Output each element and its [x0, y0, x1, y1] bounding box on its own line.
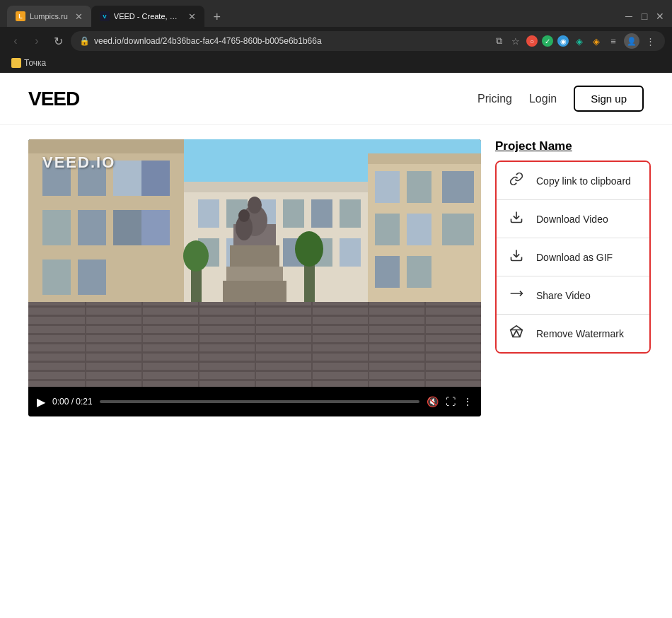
download-gif-action[interactable]: Download as GIF [497, 238, 649, 276]
tab-veed-close[interactable]: ✕ [188, 11, 196, 22]
svg-rect-54 [424, 302, 426, 387]
svg-rect-22 [375, 256, 400, 288]
extension-orange-icon: ◈ [590, 35, 603, 47]
control-icons-right: 🔇 ⛶ ⋮ [427, 396, 473, 407]
tab-lumpics[interactable]: L Lumpics.ru ✕ [7, 6, 91, 27]
svg-rect-53 [368, 302, 369, 387]
fullscreen-icon[interactable]: ⛶ [446, 396, 456, 407]
svg-rect-17 [407, 171, 431, 203]
svg-rect-15 [368, 153, 481, 164]
bookmark-folder-icon [11, 58, 21, 68]
svg-rect-29 [283, 199, 304, 228]
video-thumbnail: VEED.IO [28, 139, 481, 387]
extension-teal-icon: ◈ [573, 35, 586, 47]
bookmark-star-icon[interactable]: ☆ [509, 35, 522, 47]
svg-rect-23 [407, 256, 431, 288]
svg-rect-12 [42, 260, 71, 295]
reload-button[interactable]: ↻ [50, 33, 66, 49]
svg-rect-48 [85, 302, 86, 387]
download-video-action[interactable]: Download Video [497, 200, 649, 238]
share-icon [508, 286, 525, 304]
forward-button[interactable]: › [28, 33, 45, 49]
copy-link-action[interactable]: Copy link to clipboard [497, 162, 649, 200]
svg-rect-62 [223, 281, 286, 302]
svg-rect-50 [198, 302, 199, 387]
svg-rect-52 [311, 302, 313, 387]
lumpics-favicon: L [16, 11, 25, 21]
maximize-button[interactable]: □ [639, 11, 649, 21]
svg-rect-31 [340, 199, 361, 228]
svg-rect-60 [230, 245, 279, 267]
svg-point-66 [295, 231, 323, 267]
video-container: VEED.IO ▶ 0:00 / 0:21 🔇 ⛶ ⋮ [28, 139, 481, 416]
actions-panel: Copy link to clipboard Download Video [495, 161, 651, 354]
new-tab-button[interactable]: + [207, 7, 227, 27]
more-icon[interactable]: ⋮ [463, 396, 473, 407]
play-button[interactable]: ▶ [37, 395, 45, 409]
time-display: 0:00 / 0:21 [52, 397, 93, 407]
translate-icon[interactable]: ⧉ [492, 35, 505, 47]
extension-green-icon: ✓ [542, 35, 553, 47]
browser-chrome: L Lumpics.ru ✕ V VEED - Create, Edit & S… [0, 0, 672, 73]
svg-rect-61 [226, 267, 283, 281]
pricing-link[interactable]: Pricing [477, 93, 512, 105]
progress-bar[interactable] [100, 400, 419, 403]
share-video-label: Share Video [536, 290, 591, 301]
link-icon [508, 172, 525, 190]
close-button[interactable]: ✕ [655, 11, 665, 21]
minimize-button[interactable]: ─ [624, 11, 634, 21]
share-video-action[interactable]: Share Video [497, 276, 649, 315]
profile-avatar[interactable]: 👤 [624, 33, 639, 49]
video-watermark: VEED.IO [42, 153, 115, 172]
main-area: VEED.IO ▶ 0:00 / 0:21 🔇 ⛶ ⋮ [0, 125, 672, 618]
diamond-icon [508, 325, 525, 342]
svg-rect-20 [407, 214, 431, 245]
back-button[interactable]: ‹ [7, 33, 24, 49]
tab-lumpics-close[interactable]: ✕ [75, 11, 83, 22]
remove-watermark-action[interactable]: Remove Watermark [497, 315, 649, 352]
bookmark-label: Точка [24, 58, 46, 68]
svg-rect-26 [198, 199, 219, 228]
video-section: VEED.IO ▶ 0:00 / 0:21 🔇 ⛶ ⋮ [28, 139, 481, 605]
url-text: veed.io/download/24b36bac-fac4-4765-860b… [94, 36, 488, 46]
project-name-label: Project Name [495, 139, 651, 153]
svg-rect-13 [78, 260, 106, 295]
svg-rect-30 [311, 199, 332, 228]
window-controls: ─ □ ✕ [624, 11, 665, 21]
header-nav: Pricing Login Sign up [477, 86, 644, 112]
svg-rect-49 [141, 302, 143, 387]
svg-rect-9 [78, 210, 106, 245]
svg-rect-8 [42, 210, 71, 245]
svg-point-57 [248, 197, 262, 214]
bookmark-item[interactable]: Точка [7, 57, 50, 69]
extension-blue-icon: ◉ [557, 35, 569, 47]
remove-watermark-label: Remove Watermark [536, 328, 624, 339]
svg-rect-51 [255, 302, 256, 387]
tab-group: L Lumpics.ru ✕ V VEED - Create, Edit & S… [7, 6, 624, 27]
svg-rect-3 [28, 139, 184, 153]
svg-rect-25 [184, 182, 368, 192]
tab-veed[interactable]: V VEED - Create, Edit & Share Vide... ✕ [91, 6, 204, 27]
svg-rect-11 [141, 210, 170, 245]
svg-rect-19 [375, 214, 400, 245]
download-gif-icon [508, 248, 525, 266]
svg-rect-18 [442, 171, 474, 203]
veed-header: VEED Pricing Login Sign up [0, 73, 672, 125]
download-video-icon [508, 210, 525, 228]
extension-list-icon[interactable]: ≡ [607, 35, 620, 47]
more-options-icon[interactable]: ⋮ [644, 35, 656, 47]
copy-link-label: Copy link to clipboard [536, 175, 631, 187]
download-video-label: Download Video [536, 214, 608, 225]
mute-icon[interactable]: 🔇 [427, 396, 439, 407]
signup-button[interactable]: Sign up [574, 86, 644, 112]
tab-lumpics-title: Lumpics.ru [30, 12, 68, 21]
extension-red-icon: ○ [526, 35, 538, 47]
right-panel: Project Name Copy link to clipboard [495, 139, 651, 605]
address-bar-row: ‹ › ↻ 🔒 veed.io/download/24b36bac-fac4-4… [0, 27, 672, 55]
title-bar: L Lumpics.ru ✕ V VEED - Create, Edit & S… [0, 0, 672, 27]
video-controls: ▶ 0:00 / 0:21 🔇 ⛶ ⋮ [28, 387, 481, 416]
login-link[interactable]: Login [529, 93, 557, 105]
svg-rect-16 [375, 171, 400, 203]
address-bar[interactable]: 🔒 veed.io/download/24b36bac-fac4-4765-86… [71, 31, 665, 51]
bookmarks-bar: Точка [0, 55, 672, 73]
